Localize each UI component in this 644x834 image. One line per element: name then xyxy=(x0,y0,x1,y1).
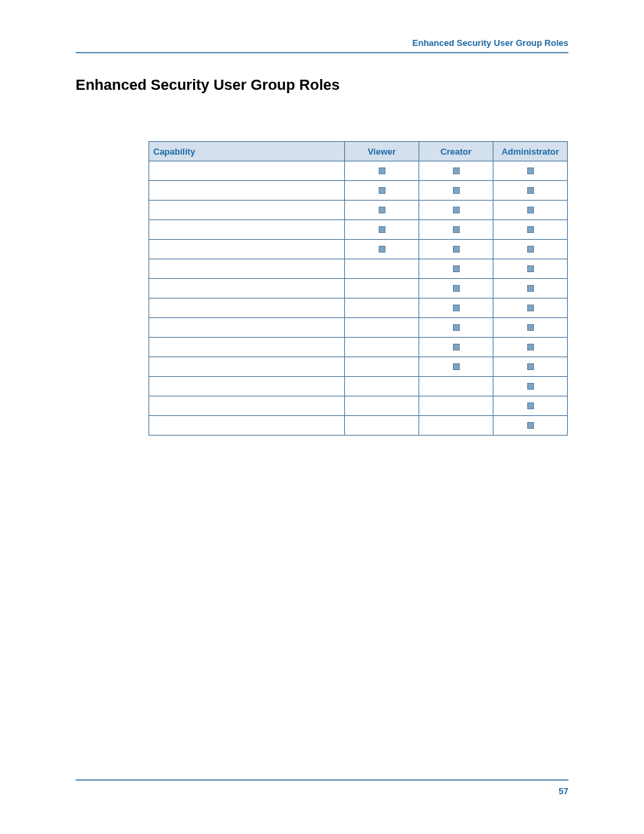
capability-cell xyxy=(149,240,345,259)
creator-cell xyxy=(419,240,493,259)
col-viewer: Viewer xyxy=(345,142,419,161)
capability-cell xyxy=(149,338,345,357)
header-rule xyxy=(76,52,568,53)
check-icon xyxy=(379,226,385,233)
check-icon xyxy=(453,265,460,272)
creator-cell xyxy=(419,338,493,357)
capability-cell xyxy=(149,298,345,318)
administrator-cell xyxy=(493,396,568,416)
creator-cell xyxy=(419,377,493,396)
creator-cell xyxy=(419,161,493,181)
administrator-cell xyxy=(493,279,568,298)
check-icon xyxy=(527,246,534,253)
check-icon xyxy=(527,226,534,233)
check-icon xyxy=(527,402,534,409)
creator-cell xyxy=(419,396,493,416)
check-icon xyxy=(453,305,460,311)
check-icon xyxy=(527,422,534,429)
page-number: 57 xyxy=(76,786,568,796)
check-icon xyxy=(453,285,460,292)
check-icon xyxy=(527,305,534,311)
administrator-cell xyxy=(493,357,568,377)
check-icon xyxy=(379,187,385,194)
viewer-cell xyxy=(345,220,419,240)
creator-cell xyxy=(419,298,493,318)
viewer-cell xyxy=(345,298,419,318)
table-row xyxy=(149,220,568,240)
creator-cell xyxy=(419,279,493,298)
capability-cell xyxy=(149,279,345,298)
table-row xyxy=(149,181,568,201)
creator-cell xyxy=(419,416,493,436)
table-row xyxy=(149,396,568,416)
capability-cell xyxy=(149,161,345,181)
table-row xyxy=(149,298,568,318)
viewer-cell xyxy=(345,279,419,298)
capability-cell xyxy=(149,201,345,220)
capability-cell xyxy=(149,220,345,240)
viewer-cell xyxy=(345,240,419,259)
check-icon xyxy=(453,344,460,350)
viewer-cell xyxy=(345,396,419,416)
viewer-cell xyxy=(345,377,419,396)
administrator-cell xyxy=(493,240,568,259)
check-icon xyxy=(453,324,460,331)
capability-cell xyxy=(149,357,345,377)
viewer-cell xyxy=(345,259,419,279)
creator-cell xyxy=(419,201,493,220)
footer-rule xyxy=(76,779,568,781)
check-icon xyxy=(527,383,534,390)
table-row xyxy=(149,318,568,338)
administrator-cell xyxy=(493,259,568,279)
administrator-cell xyxy=(493,416,568,436)
administrator-cell xyxy=(493,298,568,318)
viewer-cell xyxy=(345,201,419,220)
creator-cell xyxy=(419,259,493,279)
administrator-cell xyxy=(493,318,568,338)
page-title: Enhanced Security User Group Roles xyxy=(76,76,568,94)
capability-cell xyxy=(149,377,345,396)
col-creator: Creator xyxy=(419,142,493,161)
table-row xyxy=(149,259,568,279)
check-icon xyxy=(527,324,534,331)
table-row xyxy=(149,240,568,259)
capability-cell xyxy=(149,396,345,416)
creator-cell xyxy=(419,181,493,201)
administrator-cell xyxy=(493,201,568,220)
viewer-cell xyxy=(345,161,419,181)
viewer-cell xyxy=(345,338,419,357)
administrator-cell xyxy=(493,220,568,240)
check-icon xyxy=(453,187,460,194)
check-icon xyxy=(379,246,385,253)
viewer-cell xyxy=(345,357,419,377)
table-row xyxy=(149,357,568,377)
administrator-cell xyxy=(493,181,568,201)
viewer-cell xyxy=(345,181,419,201)
table-row xyxy=(149,416,568,436)
capability-cell xyxy=(149,318,345,338)
table-row xyxy=(149,161,568,181)
capability-cell xyxy=(149,259,345,279)
check-icon xyxy=(527,167,534,174)
check-icon xyxy=(527,265,534,272)
check-icon xyxy=(379,207,385,213)
roles-table: Capability Viewer Creator Administrator xyxy=(149,141,568,436)
running-header: Enhanced Security User Group Roles xyxy=(76,38,568,52)
creator-cell xyxy=(419,318,493,338)
check-icon xyxy=(379,167,385,174)
table-row xyxy=(149,338,568,357)
check-icon xyxy=(453,207,460,213)
check-icon xyxy=(527,363,534,370)
viewer-cell xyxy=(345,318,419,338)
check-icon xyxy=(527,187,534,194)
check-icon xyxy=(453,246,460,253)
table-row xyxy=(149,201,568,220)
col-capability: Capability xyxy=(149,142,345,161)
check-icon xyxy=(527,207,534,213)
check-icon xyxy=(453,363,460,370)
administrator-cell xyxy=(493,377,568,396)
administrator-cell xyxy=(493,161,568,181)
table-row xyxy=(149,279,568,298)
check-icon xyxy=(527,344,534,350)
table-row xyxy=(149,377,568,396)
